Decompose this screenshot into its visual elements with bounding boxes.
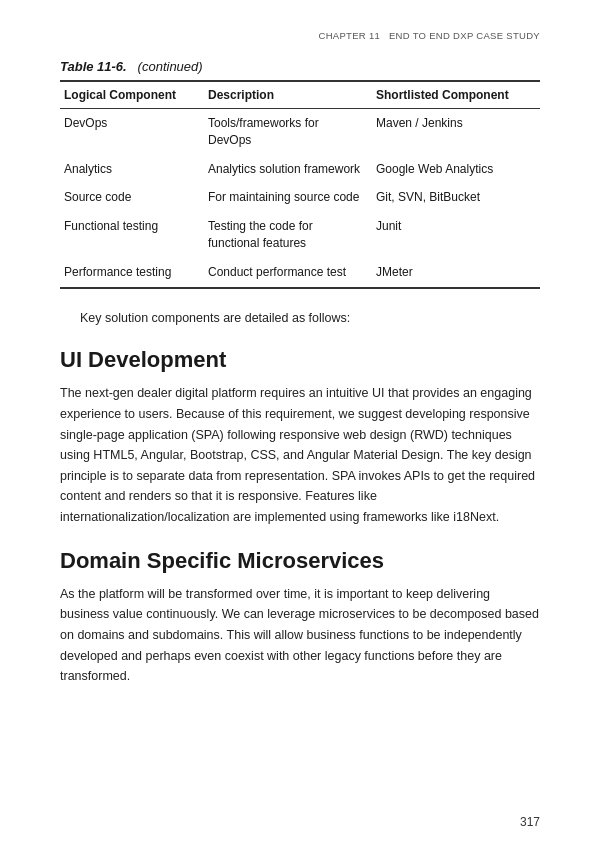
cell-shortlisted: JMeter — [372, 258, 540, 288]
section-heading-ui-development: UI Development — [60, 347, 540, 373]
page-header: CHAPTER 11 END TO END DXP CASE STUDY — [60, 30, 540, 41]
header-chapter: CHAPTER 11 — [318, 30, 380, 41]
page: CHAPTER 11 END TO END DXP CASE STUDY Tab… — [0, 0, 600, 857]
cell-description: Conduct performance test — [204, 258, 372, 288]
cell-shortlisted: Maven / Jenkins — [372, 109, 540, 155]
col-header-description: Description — [204, 81, 372, 109]
cell-description: Analytics solution framework — [204, 155, 372, 184]
table-continued: (continued) — [138, 59, 203, 74]
header-sep — [380, 30, 389, 41]
table-caption: Table 11-6. (continued) — [60, 59, 540, 74]
key-solution-text: Key solution components are detailed as … — [60, 309, 540, 328]
cell-description: Testing the code for functional features — [204, 212, 372, 258]
cell-logical: Functional testing — [60, 212, 204, 258]
table-row: AnalyticsAnalytics solution frameworkGoo… — [60, 155, 540, 184]
cell-logical: DevOps — [60, 109, 204, 155]
table-row: Performance testingConduct performance t… — [60, 258, 540, 288]
cell-description: Tools/frameworks for DevOps — [204, 109, 372, 155]
section-body-domain-specific-microservices: As the platform will be transformed over… — [60, 584, 540, 687]
cell-shortlisted: Google Web Analytics — [372, 155, 540, 184]
col-header-logical: Logical Component — [60, 81, 204, 109]
col-header-shortlisted: Shortlisted Component — [372, 81, 540, 109]
data-table: Logical Component Description Shortliste… — [60, 80, 540, 289]
sections-container: UI DevelopmentThe next-gen dealer digita… — [60, 347, 540, 687]
table-row: DevOpsTools/frameworks for DevOpsMaven /… — [60, 109, 540, 155]
cell-logical: Performance testing — [60, 258, 204, 288]
table-header-row: Logical Component Description Shortliste… — [60, 81, 540, 109]
table-row: Source codeFor maintaining source codeGi… — [60, 183, 540, 212]
table-row: Functional testingTesting the code for f… — [60, 212, 540, 258]
cell-logical: Source code — [60, 183, 204, 212]
table-spacer — [130, 59, 134, 74]
cell-logical: Analytics — [60, 155, 204, 184]
cell-shortlisted: Git, SVN, BitBucket — [372, 183, 540, 212]
cell-description: For maintaining source code — [204, 183, 372, 212]
header-title: END TO END DXP CASE STUDY — [389, 30, 540, 41]
table-label: Table 11-6. — [60, 59, 127, 74]
section-heading-domain-specific-microservices: Domain Specific Microservices — [60, 548, 540, 574]
section-body-ui-development: The next-gen dealer digital platform req… — [60, 383, 540, 527]
cell-shortlisted: Junit — [372, 212, 540, 258]
page-number: 317 — [520, 815, 540, 829]
